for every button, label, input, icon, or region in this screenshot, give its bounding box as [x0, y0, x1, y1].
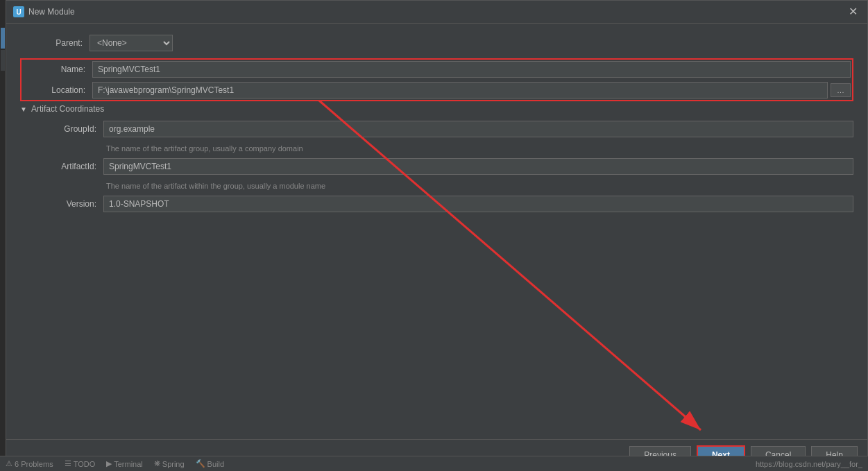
location-input[interactable] [92, 82, 828, 99]
artifactid-row: ArtifactId: [34, 158, 853, 175]
version-row: Version: [34, 196, 853, 212]
statusbar-problems[interactable]: ⚠ 6 Problems [6, 459, 53, 468]
terminal-icon: ▶ [106, 459, 112, 468]
name-row: Name: [23, 61, 851, 78]
spring-icon: ❋ [154, 459, 160, 468]
version-label: Version: [34, 199, 103, 209]
groupid-input[interactable] [103, 121, 853, 137]
location-row: Location: … [23, 82, 851, 99]
artifactid-input[interactable] [103, 158, 853, 175]
location-wrap: … [92, 82, 851, 99]
close-button[interactable]: ✕ [846, 5, 860, 19]
parent-select-wrap: <None> [90, 35, 173, 51]
statusbar-build[interactable]: 🔨 Build [196, 459, 224, 468]
statusbar-todo[interactable]: ☰ TODO [65, 459, 96, 468]
groupid-label: GroupId: [34, 124, 103, 134]
problems-label: 6 Problems [15, 460, 53, 468]
artifact-section-label: Artifact Coordinates [31, 104, 104, 114]
spring-label: Spring [162, 460, 185, 468]
artifactid-input-wrap [103, 158, 853, 175]
dialog-title-left: U New Module [13, 6, 75, 17]
todo-icon: ☰ [65, 459, 71, 468]
dialog-title: New Module [28, 7, 75, 17]
parent-select[interactable]: <None> [90, 35, 173, 51]
version-input-wrap [103, 196, 853, 212]
artifact-section-header[interactable]: ▼ Artifact Coordinates [20, 104, 853, 114]
sidebar-tab [1, 50, 5, 71]
dialog-body: Parent: <None> Name: Location: … [6, 24, 867, 439]
artifactid-label: ArtifactId: [34, 162, 103, 171]
build-label: Build [207, 460, 224, 468]
collapse-triangle: ▼ [20, 105, 27, 113]
parent-row: Parent: <None> [20, 35, 853, 51]
groupid-row: GroupId: [34, 121, 853, 137]
name-location-highlight: Name: Location: … [20, 58, 853, 101]
dialog-titlebar: U New Module ✕ [6, 1, 867, 24]
statusbar: ⚠ 6 Problems ☰ TODO ▶ Terminal ❋ Spring … [0, 456, 868, 471]
sidebar-tab-active [1, 28, 5, 49]
statusbar-spring[interactable]: ❋ Spring [154, 459, 185, 468]
todo-label: TODO [74, 460, 96, 468]
terminal-label: Terminal [114, 460, 143, 468]
status-url: https://blog.csdn.net/pary__for_ [756, 460, 862, 468]
version-input[interactable] [103, 196, 853, 212]
new-module-dialog: U New Module ✕ Parent: <None> Name: [6, 0, 868, 471]
location-label: Location: [23, 85, 92, 95]
artifact-fields: GroupId: The name of the artifact group,… [34, 121, 853, 219]
problems-icon: ⚠ [6, 459, 12, 468]
statusbar-terminal[interactable]: ▶ Terminal [106, 459, 143, 468]
sidebar-strip [0, 0, 6, 471]
parent-label: Parent: [20, 38, 90, 48]
groupid-input-wrap [103, 121, 853, 137]
name-input-wrap [92, 61, 851, 78]
artifactid-hint: The name of the artifact within the grou… [103, 182, 853, 190]
dialog-icon: U [13, 6, 24, 17]
name-input[interactable] [92, 61, 851, 78]
groupid-hint: The name of the artifact group, usually … [103, 144, 853, 153]
build-icon: 🔨 [196, 459, 205, 468]
name-label: Name: [23, 65, 92, 74]
browse-button[interactable]: … [831, 83, 851, 97]
